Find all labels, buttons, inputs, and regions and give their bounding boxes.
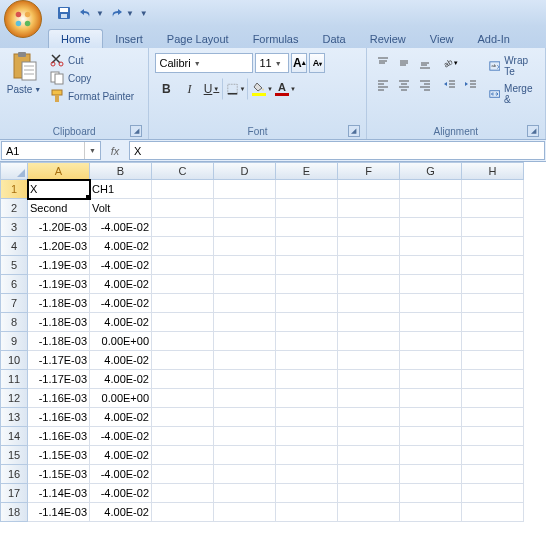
cell[interactable] [276, 218, 338, 237]
cell[interactable] [214, 180, 276, 199]
bold-button[interactable]: B [155, 78, 177, 100]
cell[interactable] [214, 332, 276, 351]
cut-button[interactable]: Cut [48, 52, 136, 68]
cell[interactable] [152, 275, 214, 294]
cell[interactable] [214, 427, 276, 446]
cell[interactable]: -1.14E-03 [28, 503, 90, 522]
cell[interactable] [338, 332, 400, 351]
cell[interactable]: 0.00E+00 [90, 332, 152, 351]
cell[interactable] [152, 180, 214, 199]
cell[interactable] [462, 313, 524, 332]
orientation-button[interactable]: ab▼ [440, 53, 460, 73]
cell[interactable] [276, 389, 338, 408]
cell[interactable] [276, 408, 338, 427]
row-header[interactable]: 1 [0, 180, 28, 199]
cell[interactable] [400, 389, 462, 408]
align-bottom-button[interactable] [415, 53, 435, 73]
row-header[interactable]: 2 [0, 199, 28, 218]
cell[interactable] [276, 199, 338, 218]
cell[interactable] [400, 332, 462, 351]
cell[interactable] [152, 294, 214, 313]
row-header[interactable]: 10 [0, 351, 28, 370]
office-button[interactable] [4, 0, 42, 38]
decrease-indent-button[interactable] [440, 75, 460, 95]
cell[interactable] [338, 313, 400, 332]
alignment-dialog-launcher-icon[interactable]: ◢ [527, 125, 539, 137]
fill-color-button[interactable]: ▼ [251, 78, 273, 100]
tab-home[interactable]: Home [48, 29, 103, 48]
cell[interactable] [462, 180, 524, 199]
tab-data[interactable]: Data [310, 30, 357, 48]
cell[interactable]: -1.17E-03 [28, 351, 90, 370]
tab-review[interactable]: Review [358, 30, 418, 48]
qat-customize-icon[interactable]: ▼ [140, 9, 148, 18]
cell[interactable] [462, 256, 524, 275]
cell[interactable]: 4.00E-02 [90, 503, 152, 522]
cell[interactable] [462, 332, 524, 351]
row-header[interactable]: 8 [0, 313, 28, 332]
redo-icon[interactable] [106, 3, 126, 23]
cell[interactable] [276, 503, 338, 522]
row-header[interactable]: 9 [0, 332, 28, 351]
cell[interactable] [462, 446, 524, 465]
cell[interactable] [152, 503, 214, 522]
cell[interactable] [152, 332, 214, 351]
cell[interactable] [152, 370, 214, 389]
cell[interactable] [152, 446, 214, 465]
cell[interactable]: -1.17E-03 [28, 370, 90, 389]
copy-button[interactable]: Copy [48, 70, 136, 86]
cell[interactable] [338, 199, 400, 218]
cell[interactable] [214, 503, 276, 522]
cell[interactable] [276, 275, 338, 294]
cell[interactable] [214, 446, 276, 465]
tab-addins[interactable]: Add-In [465, 30, 521, 48]
cell[interactable]: -1.18E-03 [28, 313, 90, 332]
cell[interactable] [152, 351, 214, 370]
column-header[interactable]: H [462, 162, 524, 180]
cell[interactable]: -4.00E-02 [90, 256, 152, 275]
cell[interactable] [338, 484, 400, 503]
cell[interactable]: -4.00E-02 [90, 218, 152, 237]
cell[interactable] [152, 389, 214, 408]
cell[interactable] [462, 370, 524, 389]
decrease-font-button[interactable]: A▾ [309, 53, 325, 73]
cell[interactable]: -4.00E-02 [90, 294, 152, 313]
cell[interactable] [400, 370, 462, 389]
cell[interactable] [152, 218, 214, 237]
cell[interactable]: Second [28, 199, 90, 218]
cell[interactable] [214, 484, 276, 503]
cell[interactable] [152, 237, 214, 256]
cell[interactable]: -1.15E-03 [28, 465, 90, 484]
format-painter-button[interactable]: Format Painter [48, 88, 136, 104]
cell[interactable] [462, 351, 524, 370]
cell[interactable] [276, 313, 338, 332]
cell[interactable] [400, 503, 462, 522]
cell[interactable]: 4.00E-02 [90, 275, 152, 294]
cell[interactable] [400, 351, 462, 370]
cell[interactable] [400, 446, 462, 465]
formula-input[interactable]: X [129, 141, 545, 160]
cell[interactable] [400, 180, 462, 199]
undo-dropdown-icon[interactable]: ▼ [96, 9, 104, 18]
cell[interactable] [462, 408, 524, 427]
column-header[interactable]: D [214, 162, 276, 180]
row-header[interactable]: 12 [0, 389, 28, 408]
cell[interactable] [152, 408, 214, 427]
row-header[interactable]: 15 [0, 446, 28, 465]
cell[interactable]: -1.16E-03 [28, 427, 90, 446]
row-header[interactable]: 6 [0, 275, 28, 294]
cell[interactable] [400, 237, 462, 256]
cell[interactable] [462, 389, 524, 408]
column-header[interactable]: G [400, 162, 462, 180]
cell[interactable]: 0.00E+00 [90, 389, 152, 408]
select-all-corner[interactable] [0, 162, 28, 180]
cell[interactable] [214, 370, 276, 389]
font-color-button[interactable]: A▼ [274, 78, 296, 100]
column-header[interactable]: B [90, 162, 152, 180]
cell[interactable] [276, 180, 338, 199]
font-name-combo[interactable]: Calibri▼ [155, 53, 253, 73]
cell[interactable] [400, 427, 462, 446]
cell[interactable]: 4.00E-02 [90, 370, 152, 389]
cell[interactable] [338, 446, 400, 465]
row-header[interactable]: 14 [0, 427, 28, 446]
